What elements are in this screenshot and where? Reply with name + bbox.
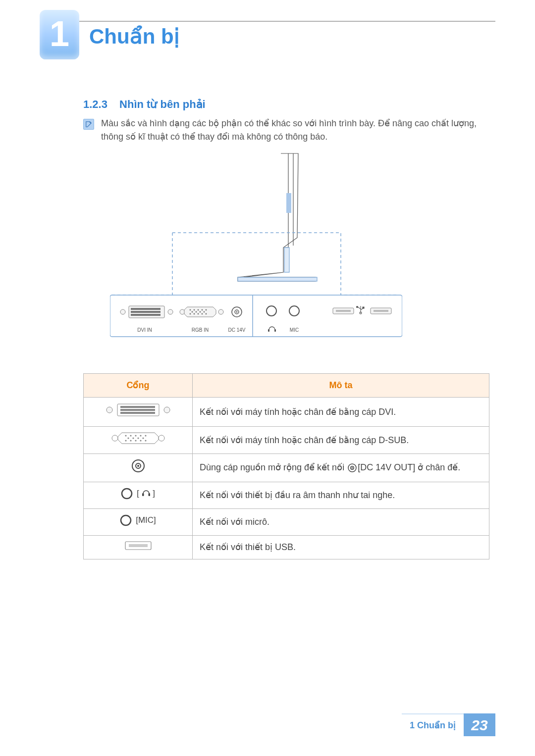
svg-rect-44 — [120, 409, 155, 411]
svg-point-51 — [140, 435, 141, 436]
svg-rect-9 — [131, 314, 160, 316]
svg-point-16 — [206, 309, 207, 311]
svg-point-47 — [112, 435, 118, 441]
svg-point-21 — [190, 313, 191, 315]
table-row: Kết nối với máy tính hoặc chân đế bằng c… — [84, 398, 489, 427]
desc-usb: Kết nối với thiết bị USB. — [193, 535, 489, 559]
svg-point-13 — [194, 309, 195, 311]
note-block: Màu sắc và hình dạng các bộ phận có thể … — [83, 117, 490, 144]
svg-point-5 — [120, 309, 125, 314]
svg-rect-38 — [363, 307, 364, 308]
chapter-title: Chuẩn bị — [89, 21, 180, 52]
table-row: [ ] Kết nối với thiết bị đầu ra âm thanh… — [84, 482, 489, 509]
svg-point-61 — [145, 440, 146, 441]
svg-point-59 — [135, 440, 136, 441]
svg-point-57 — [125, 440, 126, 441]
svg-point-22 — [194, 313, 195, 315]
svg-rect-1 — [238, 277, 317, 281]
desc-dvi: Kết nối với máy tính hoặc chân đế bằng c… — [193, 398, 489, 427]
svg-point-25 — [206, 313, 207, 315]
svg-point-19 — [200, 311, 201, 313]
svg-point-68 — [352, 467, 353, 469]
dc-inline-icon — [348, 461, 357, 475]
port-icon-mic: [MIC] — [84, 508, 193, 535]
svg-point-56 — [142, 437, 144, 439]
th-desc: Mô ta — [193, 374, 489, 398]
label-dc: DC 14V — [228, 327, 245, 333]
label-mic: MIC — [290, 327, 299, 333]
port-icon-dsub — [84, 427, 193, 454]
svg-point-14 — [198, 309, 199, 311]
svg-point-18 — [196, 311, 197, 313]
svg-point-60 — [140, 440, 141, 441]
section-heading: 1.2.3 Nhìn từ bên phải — [83, 96, 206, 112]
svg-rect-45 — [120, 412, 155, 414]
svg-point-15 — [202, 309, 203, 311]
table-row: [MIC] Kết nối với micrô. — [84, 508, 489, 535]
desc-dsub: Kết nối với máy tính hoặc chân đế bằng c… — [193, 427, 489, 454]
table-row: Dùng cáp nguồn mở rộng để kết nối [DC 14… — [84, 454, 489, 482]
svg-point-23 — [198, 313, 199, 315]
svg-rect-7 — [131, 308, 160, 310]
svg-point-53 — [127, 437, 129, 439]
svg-point-29 — [236, 311, 238, 313]
note-text: Màu sắc và hình dạng các bộ phận có thể … — [101, 117, 490, 144]
svg-point-10 — [168, 309, 173, 314]
desc-mic: Kết nối với micrô. — [193, 508, 489, 535]
port-icon-dvi — [84, 398, 193, 427]
svg-point-20 — [204, 311, 205, 313]
svg-rect-2 — [284, 248, 289, 272]
footer-label: 1 Chuẩn bị — [402, 713, 464, 736]
svg-point-54 — [132, 437, 134, 439]
svg-point-50 — [135, 435, 136, 436]
svg-point-24 — [202, 313, 203, 315]
port-icon-usb — [84, 535, 193, 559]
svg-point-65 — [137, 465, 139, 467]
section-number: 1.2.3 — [83, 98, 107, 110]
svg-point-55 — [137, 437, 139, 439]
label-dvi-in: DVI IN — [137, 327, 152, 333]
svg-point-41 — [107, 407, 112, 413]
svg-rect-33 — [274, 329, 276, 332]
svg-point-12 — [190, 309, 191, 311]
svg-point-69 — [122, 489, 132, 499]
port-icon-dc — [84, 454, 193, 482]
svg-point-26 — [218, 309, 223, 314]
table-row: Kết nối với thiết bị USB. — [84, 535, 489, 559]
table-row: Kết nối với máy tính hoặc chân đế bằng c… — [84, 427, 489, 454]
svg-point-17 — [192, 311, 193, 313]
section-title: Nhìn từ bên phải — [119, 98, 206, 110]
port-icon-headphone: [ ] — [84, 482, 193, 509]
svg-point-72 — [121, 515, 131, 525]
ports-table: Cổng Mô ta Kết nối với máy tính hoặc châ… — [83, 373, 489, 559]
svg-rect-32 — [268, 329, 269, 332]
desc-hp: Kết nối với thiết bị đầu ra âm thanh như… — [193, 482, 489, 509]
svg-rect-35 — [336, 310, 351, 312]
th-port: Cổng — [84, 374, 193, 398]
note-icon — [83, 119, 94, 130]
chapter-number-badge: 1 — [40, 10, 79, 59]
footer: 1 Chuẩn bị 23 — [40, 713, 495, 736]
svg-point-37 — [357, 306, 358, 308]
svg-rect-40 — [374, 310, 388, 312]
product-diagram: DVI IN RGB IN DC 14V MIC — [110, 149, 402, 359]
svg-rect-43 — [120, 406, 155, 408]
desc-dc: Dùng cáp nguồn mở rộng để kết nối [DC 14… — [193, 454, 489, 482]
footer-page-number: 23 — [464, 713, 495, 736]
svg-point-58 — [130, 440, 131, 441]
svg-point-49 — [130, 435, 131, 436]
label-rgb-in: RGB IN — [192, 327, 209, 333]
svg-point-46 — [164, 407, 170, 413]
svg-point-48 — [125, 435, 126, 436]
svg-rect-0 — [286, 193, 291, 213]
svg-rect-74 — [129, 544, 148, 547]
svg-point-52 — [145, 435, 146, 436]
svg-rect-8 — [131, 311, 160, 313]
svg-point-62 — [159, 435, 164, 441]
svg-rect-71 — [148, 493, 150, 496]
svg-rect-70 — [142, 493, 144, 496]
